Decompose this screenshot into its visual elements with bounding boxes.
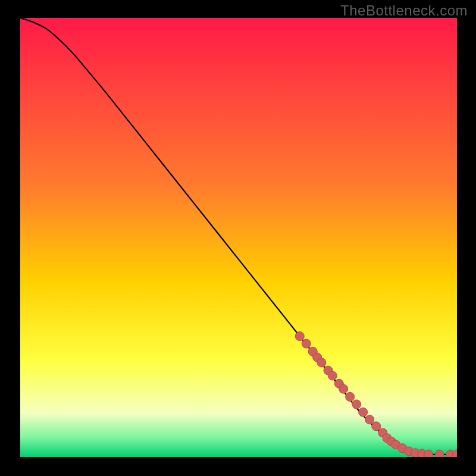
- data-marker: [372, 422, 381, 431]
- data-marker: [352, 400, 361, 409]
- chart-frame: TheBottleneck.com: [0, 0, 476, 476]
- data-marker: [435, 450, 444, 457]
- watermark-text: TheBottleneck.com: [340, 2, 468, 19]
- data-marker: [339, 384, 348, 393]
- bottleneck-chart: [20, 18, 457, 457]
- data-marker: [328, 371, 337, 380]
- data-marker: [295, 332, 304, 341]
- plot-area: [20, 18, 457, 457]
- data-marker: [302, 339, 311, 348]
- gradient-background: [20, 18, 457, 457]
- data-marker: [359, 408, 368, 416]
- data-marker: [346, 392, 355, 401]
- data-marker: [365, 415, 374, 424]
- data-marker: [317, 358, 326, 367]
- data-marker: [424, 450, 433, 457]
